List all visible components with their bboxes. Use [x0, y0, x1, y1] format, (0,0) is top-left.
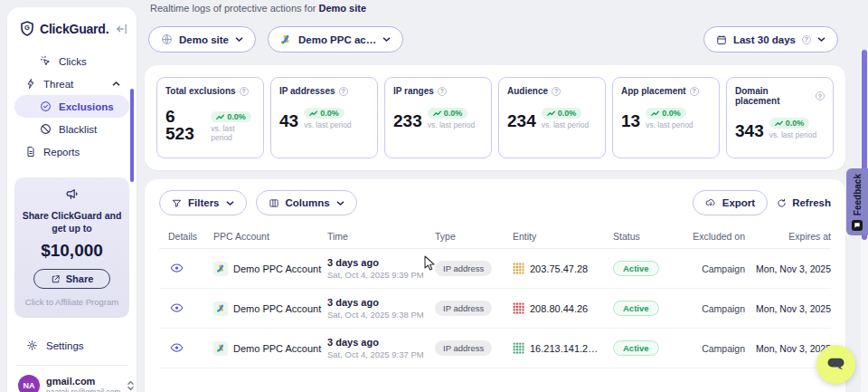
- google-ads-icon: [213, 341, 228, 356]
- sidebar-item-threat[interactable]: Threat: [14, 72, 129, 95]
- stat-title: Domain placement: [735, 86, 812, 106]
- ppc-account-selector-label: Demo PPC ac…: [298, 34, 376, 45]
- expires-at-cell: Mon, Nov 3, 2025: [745, 303, 831, 314]
- filters-label: Filters: [188, 197, 220, 208]
- stat-card-total-exclusions: Total exclusions? 6 523 0.0% vs. last pe…: [156, 77, 264, 158]
- trend-badge: 0.0%: [769, 118, 810, 129]
- stat-card-ip-addresses: IP addresses? 43 0.0% vs. last period: [270, 77, 378, 158]
- stat-caption: vs. last period: [542, 120, 589, 129]
- help-circle-icon[interactable]: ?: [438, 87, 447, 96]
- document-icon: [25, 146, 36, 158]
- app-root: G ClickGuard. Clicks Threat: [0, 0, 868, 392]
- col-excluded-on[interactable]: Excluded on: [687, 231, 745, 242]
- gear-icon: [26, 339, 38, 351]
- filters-button[interactable]: Filters: [159, 190, 247, 215]
- help-circle-icon[interactable]: ?: [552, 87, 561, 96]
- col-status[interactable]: Status: [613, 231, 687, 242]
- stat-caption: vs. last period: [304, 120, 351, 129]
- stat-caption: vs. last period: [646, 120, 693, 129]
- view-details-eye-icon[interactable]: [170, 302, 184, 313]
- export-label: Export: [722, 197, 755, 208]
- stat-value: 343: [735, 122, 764, 139]
- status-badge: Active: [613, 340, 659, 356]
- collapse-sidebar-icon[interactable]: [116, 24, 127, 34]
- sidebar-item-clicks[interactable]: Clicks: [14, 50, 129, 72]
- chevron-down-icon: [226, 200, 234, 206]
- speech-bubble-icon: [826, 357, 845, 372]
- settings-label: Settings: [46, 340, 84, 351]
- help-circle-icon[interactable]: ?: [690, 87, 699, 96]
- sidebar-item-exclusions[interactable]: Exclusions: [14, 95, 129, 118]
- google-ads-icon: [213, 262, 228, 276]
- columns-button[interactable]: Columns: [256, 190, 357, 215]
- page-subtitle-target: Demo site: [318, 3, 366, 14]
- sidebar-item-label: Threat: [43, 79, 73, 90]
- view-details-eye-icon[interactable]: [170, 263, 184, 273]
- shield-logo-icon: G: [19, 20, 35, 37]
- chevron-down-icon: [817, 36, 826, 43]
- brand-name: ClickGuard.: [40, 22, 108, 36]
- click-cursor-icon: [40, 55, 52, 67]
- time-absolute: Sat, Oct 4, 2025 9:37 PM: [327, 349, 435, 359]
- feedback-tab[interactable]: Feedback: [846, 168, 868, 235]
- stats-panel: Total exclusions? 6 523 0.0% vs. last pe…: [145, 65, 845, 170]
- stat-title: IP addresses: [279, 86, 335, 96]
- col-time[interactable]: Time: [327, 231, 435, 242]
- columns-icon: [269, 198, 279, 208]
- refresh-button[interactable]: Refresh: [777, 197, 831, 208]
- col-details[interactable]: Details: [159, 231, 213, 242]
- sidebar-item-settings[interactable]: Settings: [7, 339, 137, 351]
- share-button[interactable]: Share: [33, 269, 111, 289]
- export-button[interactable]: Export: [693, 190, 768, 215]
- prohibited-icon: [40, 123, 52, 135]
- promo-title: Share ClickGuard and get up to: [20, 209, 124, 234]
- time-relative: 3 days ago: [327, 337, 435, 348]
- table-row[interactable]: Demo PPC Account 3 days agoSat, Oct 4, 2…: [159, 289, 831, 329]
- help-circle-icon[interactable]: ?: [339, 87, 348, 96]
- trend-badge: 0.0%: [428, 108, 468, 119]
- col-type[interactable]: Type: [435, 231, 513, 242]
- funnel-icon: [172, 198, 182, 208]
- chevron-down-icon: [336, 200, 344, 206]
- sidebar-item-reports[interactable]: Reports: [14, 140, 129, 163]
- lightning-icon: [25, 78, 36, 90]
- date-range-selector[interactable]: Last 30 days ?: [703, 26, 838, 53]
- help-circle-icon[interactable]: ?: [816, 91, 825, 100]
- ppc-account-selector[interactable]: Demo PPC ac…: [268, 26, 403, 53]
- refresh-label: Refresh: [792, 197, 831, 208]
- col-ppc-account[interactable]: PPC Account: [213, 231, 327, 242]
- calendar-icon: [716, 34, 727, 45]
- sidebar-item-blacklist[interactable]: Blacklist: [14, 118, 129, 140]
- account-email: naatali.ro@gmail.com: [46, 387, 120, 392]
- stat-title: Audience: [507, 86, 548, 96]
- affiliate-link[interactable]: Click to Affiliate Program: [20, 297, 124, 307]
- site-selector[interactable]: Demo site: [148, 26, 256, 53]
- help-circle-icon[interactable]: ?: [240, 87, 249, 96]
- expires-at-cell: Mon, Nov 3, 2025: [745, 343, 831, 354]
- sidebar-scrollbar-thumb[interactable]: [130, 89, 134, 182]
- avatar: NA: [18, 375, 40, 392]
- page-subtitle: Realtime logs of protective actions for …: [150, 3, 366, 14]
- stat-caption: vs. last period: [769, 130, 816, 139]
- col-expires-at[interactable]: Expires at: [745, 231, 831, 242]
- chat-widget-button[interactable]: [816, 345, 855, 384]
- time-relative: 3 days ago: [327, 297, 435, 308]
- table-header: Details PPC Account Time Type Entity Sta…: [159, 231, 831, 249]
- stat-title: Total exclusions: [165, 86, 236, 96]
- table-row[interactable]: Demo PPC Account 3 days agoSat, Oct 4, 2…: [159, 249, 831, 289]
- ip-identicon: [513, 342, 524, 354]
- entity-value: 208.80.44.26: [530, 303, 588, 314]
- sidebar-item-label: Blacklist: [59, 124, 97, 135]
- account-switcher[interactable]: NA gmail.com naatali.ro@gmail.com: [7, 366, 137, 392]
- view-details-eye-icon[interactable]: [170, 342, 184, 353]
- col-entity[interactable]: Entity: [513, 231, 613, 242]
- external-link-icon: [51, 274, 61, 284]
- ip-identicon: [513, 263, 524, 274]
- status-badge: Active: [613, 301, 659, 316]
- table-row[interactable]: Demo PPC Account 3 days agoSat, Oct 4, 2…: [159, 329, 831, 368]
- logs-panel: Filters Columns Export Refresh Details P…: [145, 179, 845, 392]
- expires-at-cell: Mon, Nov 3, 2025: [745, 263, 831, 274]
- stat-title: App placement: [621, 86, 686, 96]
- sidebar-nav: Clicks Threat Exclusions: [7, 46, 137, 163]
- feedback-label: Feedback: [853, 174, 863, 215]
